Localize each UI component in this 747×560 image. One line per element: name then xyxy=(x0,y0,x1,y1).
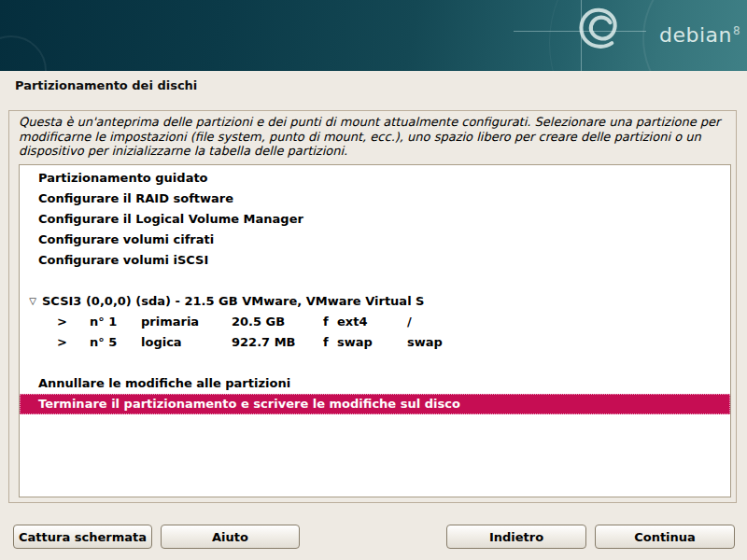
debian-logo-text: debian8 xyxy=(659,19,740,48)
list-item-configure-lvm[interactable]: Configurare il Logical Volume Manager xyxy=(20,209,730,230)
partition-filesystem: ext4 xyxy=(337,312,407,332)
partition-marker-icon: > xyxy=(57,312,90,332)
continue-button[interactable]: Continua xyxy=(595,525,735,549)
brand-version: 8 xyxy=(733,24,740,37)
list-item-finish-partitioning-selected[interactable]: Terminare il partizionamento e scrivere … xyxy=(20,394,730,414)
partition-size: 20.5 GB xyxy=(232,312,284,332)
step-description: Questa è un'anteprima delle partizioni e… xyxy=(19,115,734,159)
partition-size: 922.7 MB xyxy=(232,332,284,353)
decor-swirl-corner xyxy=(0,35,47,71)
partition-flag: f xyxy=(323,332,337,353)
list-item-partition-5[interactable]: > n° 5 logica 922.7 MB f swap swap xyxy=(20,332,730,353)
partition-list-rows: Partizionamento guidato Configurare il R… xyxy=(20,165,730,414)
list-item-configure-encrypted[interactable]: Configurare volumi cifrati xyxy=(20,230,730,250)
list-spacer xyxy=(20,271,730,291)
list-item-partition-1[interactable]: > n° 1 primaria 20.5 GB f ext4 / xyxy=(20,312,730,332)
brand-name: debian xyxy=(659,23,732,47)
screenshot-button[interactable]: Cattura schermata xyxy=(13,525,152,549)
back-button[interactable]: Indietro xyxy=(446,525,586,549)
list-item-undo-changes[interactable]: Annullare le modifiche alle partizioni xyxy=(20,373,730,394)
content-frame: Questa è un'anteprima delle partizioni e… xyxy=(8,110,737,503)
partition-type: primaria xyxy=(141,312,232,332)
disk-label: SCSI3 (0,0,0) (sda) - 21.5 GB VMware, VM… xyxy=(42,291,424,312)
list-item-disk-sda[interactable]: ▽ SCSI3 (0,0,0) (sda) - 21.5 GB VMware, … xyxy=(20,291,730,312)
list-item-configure-iscsi[interactable]: Configurare volumi iSCSI xyxy=(20,250,730,271)
expander-triangle-icon[interactable]: ▽ xyxy=(25,291,40,312)
installer-banner: debian8 xyxy=(0,0,747,71)
page-title: Partizionamento dei dischi xyxy=(15,78,197,92)
partition-flag: f xyxy=(323,312,337,332)
partition-marker-icon: > xyxy=(57,332,90,353)
partition-mountpoint: swap xyxy=(407,332,443,353)
partition-number: n° 1 xyxy=(90,312,141,332)
help-button[interactable]: Aiuto xyxy=(161,525,300,549)
partition-list[interactable]: Partizionamento guidato Configurare il R… xyxy=(19,164,731,497)
partition-mountpoint: / xyxy=(407,312,412,332)
debian-swirl-icon xyxy=(576,5,630,59)
list-item-guided-partitioning[interactable]: Partizionamento guidato xyxy=(20,168,730,189)
partition-number: n° 5 xyxy=(90,332,141,353)
list-item-configure-raid[interactable]: Configurare il RAID software xyxy=(20,189,730,209)
partition-type: logica xyxy=(141,332,232,353)
partition-filesystem: swap xyxy=(337,332,407,353)
list-spacer xyxy=(20,353,730,373)
